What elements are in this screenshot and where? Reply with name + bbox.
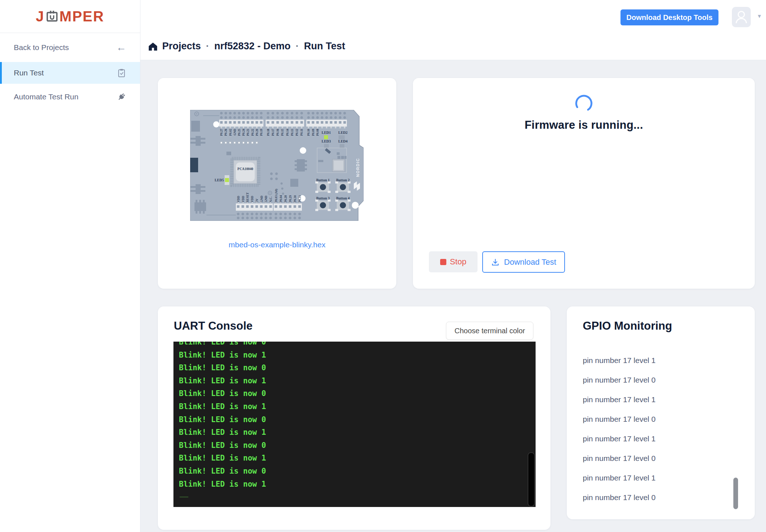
gpio-entry: pin number 17 level 1: [583, 351, 733, 370]
pin-label: P0.09: [312, 129, 315, 136]
button3-label: Button 3: [316, 196, 330, 200]
led1-lit-green: [324, 135, 328, 139]
back-to-projects-label: Back to Projects: [14, 43, 69, 52]
jumper-logo: J MPER: [0, 0, 140, 33]
arrow-left-icon: ←: [116, 42, 126, 53]
choose-terminal-color-button[interactable]: Choose terminal color: [446, 322, 533, 340]
pin-label: P0.11: [300, 129, 303, 136]
pin-label: P0.14: [286, 129, 289, 136]
terminal-scrollbar-thumb[interactable]: [528, 452, 535, 507]
pin-label: P0.04: [279, 195, 283, 202]
logo-text-post: MPER: [60, 8, 105, 25]
clipboard-check-icon: [117, 68, 126, 78]
led3-label: LED3: [321, 139, 331, 143]
gpio-entry: pin number 17 level 1: [583, 390, 733, 409]
uart-line: Blink! LED is now 0: [179, 439, 536, 452]
jumper-box-icon: [46, 10, 58, 22]
logo-text-pre: J: [36, 8, 45, 25]
automate-test-run-label: Automate Test Run: [14, 92, 78, 101]
pin-label: P0.28: [284, 195, 287, 202]
plug-icon: [117, 92, 126, 102]
pin-label: P0.18: [267, 129, 270, 136]
chevron-down-icon[interactable]: ▾: [758, 12, 761, 20]
pin-label: P0.02: [229, 129, 232, 136]
pin-label: GND: [265, 196, 268, 202]
hex-file-link[interactable]: mbed-os-example-blinky.hex: [158, 240, 396, 249]
uart-line: Blink! LED is now 1: [179, 349, 536, 362]
sidebar-item-run-test[interactable]: Run Test: [0, 62, 140, 84]
uart-line: Blink! LED is now 1: [179, 375, 536, 388]
topbar: Download Desktop Tools ▾: [140, 0, 766, 33]
pin-label: RESET: [246, 192, 249, 202]
uart-terminal-lines: Blink! LED is now 0 Blink! LED is now 1 …: [173, 342, 536, 491]
app-root: J MPER Back to Projects ← Run Test Autom…: [0, 0, 766, 532]
pin-label: P0.30: [294, 195, 297, 202]
pin-label: VDD: [251, 196, 254, 202]
breadcrumb-projects[interactable]: Projects: [162, 41, 201, 52]
person-icon: [732, 7, 751, 27]
pin-label: 5V: [255, 199, 259, 202]
chip-label: PCA10040: [237, 167, 253, 171]
uart-line: Blink! LED is now 0: [179, 387, 536, 400]
run-test-label: Run Test: [14, 69, 44, 77]
uart-line: Blink! LED is now 0: [179, 413, 536, 426]
gpio-entry: pin number 17 level 0: [583, 409, 733, 429]
breadcrumb-separator: ·: [296, 41, 299, 52]
pin-label: P0.24: [242, 129, 245, 136]
pin-label: P0.10: [307, 129, 310, 136]
gpio-scrollbar-thumb[interactable]: [733, 478, 738, 509]
pin-label: P0.12: [295, 129, 299, 136]
pin-label: P0.17: [271, 129, 275, 136]
pin-label: P0.29: [289, 195, 292, 202]
pin-label: P0.25: [238, 129, 241, 136]
breadcrumb-project-name[interactable]: nrf52832 - Demo: [214, 41, 291, 52]
pin-label: P0.22: [251, 129, 254, 136]
stop-button[interactable]: Stop: [429, 251, 478, 272]
pin-label: P0.26: [224, 129, 228, 136]
pin-label: P0.16: [276, 129, 279, 136]
gpio-entry: pin number 17 level 0: [583, 449, 733, 468]
download-desktop-tools-button[interactable]: Download Desktop Tools: [620, 9, 718, 25]
pin-label: P0.03 (A0): [275, 189, 278, 202]
uart-terminal[interactable]: Blink! LED is now 0 Blink! LED is now 1 …: [173, 342, 536, 507]
pin-label: GND: [233, 129, 237, 135]
board-main-chip: PCA10040: [232, 158, 259, 185]
gpio-monitoring-card: GPIO Monitoring pin number 17 level 1 pi…: [567, 306, 755, 519]
sidebar-item-automate-test-run[interactable]: Automate Test Run: [0, 84, 140, 110]
uart-console-title: UART Console: [174, 319, 253, 333]
uart-line: Blink! LED is now 1: [179, 478, 536, 491]
stop-icon: [440, 259, 446, 265]
sidebar-back-to-projects[interactable]: Back to Projects ←: [0, 33, 140, 62]
terminal-cursor: [180, 496, 188, 498]
led5-label: LED5: [214, 178, 224, 182]
breadcrumb-separator: ·: [206, 41, 209, 52]
led5-lit-green: [225, 178, 229, 182]
stop-label: Stop: [450, 257, 466, 267]
download-icon: [491, 258, 500, 267]
breadcrumb-run-test: Run Test: [304, 41, 345, 52]
led4-label: LED4: [338, 139, 348, 143]
pin-label: P0.08: [316, 129, 319, 136]
pca10040-board-image: P0.27P0.26P0.02GNDP0.25P0.24P0.23P0.22P0…: [190, 110, 364, 221]
gpio-entry: pin number 17 level 0: [583, 370, 733, 390]
pin-label: P0.31: [298, 195, 302, 202]
firmware-status-text: Firmware is running...: [413, 119, 755, 132]
gpio-list: pin number 17 level 1 pin number 17 leve…: [583, 351, 733, 507]
avatar[interactable]: [732, 7, 751, 27]
loading-spinner: [574, 94, 593, 113]
home-icon[interactable]: [148, 42, 158, 51]
pin-label: P0.20: [255, 129, 259, 136]
nordic-wordmark: NORDIC: [356, 158, 360, 177]
uart-line: Blink! LED is now 0: [179, 465, 536, 478]
uart-line: Blink! LED is now 1: [179, 400, 536, 413]
pin-label: P0.15: [281, 129, 284, 136]
pin-label: P0.23: [246, 129, 250, 136]
uart-line: Blink! LED is now 0: [179, 362, 536, 375]
led1-label: LED1: [321, 131, 331, 135]
pin-label: N.C.: [269, 197, 273, 202]
button4-label: Button 4: [336, 196, 350, 200]
firmware-card: Firmware is running... Stop Download Tes…: [413, 78, 755, 289]
pin-label: P0.19: [260, 129, 263, 136]
pin-label: P0.27: [220, 129, 223, 136]
download-test-button[interactable]: Download Test: [482, 251, 565, 273]
